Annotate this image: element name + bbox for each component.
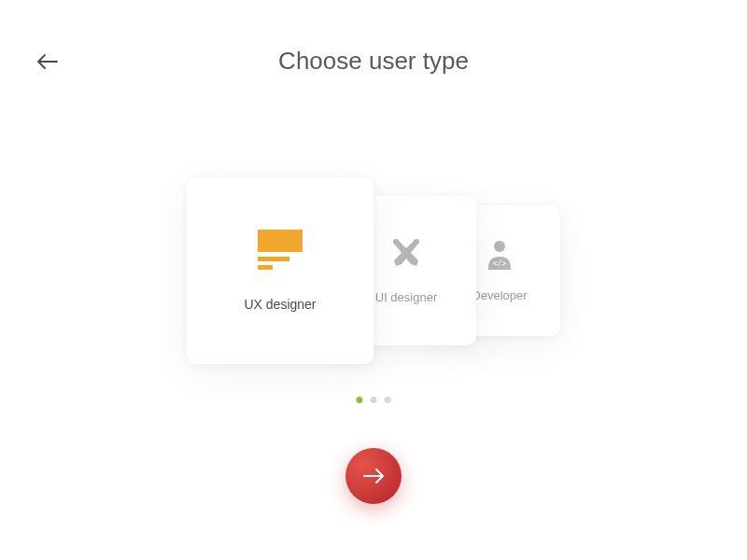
pagination-dots: [357, 397, 391, 403]
svg-rect-2: [258, 265, 273, 270]
svg-point-4: [414, 239, 419, 245]
svg-point-3: [393, 239, 399, 245]
card-label: UI designer: [375, 290, 437, 304]
svg-rect-1: [258, 257, 289, 261]
card-label: UX designer: [244, 297, 316, 312]
pencil-brush-icon: [388, 238, 424, 273]
dev-person-icon: </>: [486, 240, 514, 272]
dot-2[interactable]: [371, 397, 377, 403]
back-button[interactable]: [37, 54, 58, 73]
dot-3[interactable]: [385, 397, 391, 403]
svg-text:</>: </>: [493, 259, 507, 268]
next-button[interactable]: [345, 448, 402, 504]
dot-1[interactable]: [357, 397, 363, 403]
svg-point-5: [494, 241, 505, 252]
card-ux-designer[interactable]: UX designer: [187, 177, 374, 364]
user-type-cards: UX designer UI designer </> Developer: [187, 177, 560, 364]
svg-rect-0: [258, 230, 303, 252]
arrow-left-icon: [37, 54, 58, 69]
card-label: Developer: [472, 288, 527, 302]
layout-icon: [254, 230, 306, 271]
page-title: Choose user type: [278, 47, 469, 76]
arrow-right-icon: [362, 468, 385, 484]
